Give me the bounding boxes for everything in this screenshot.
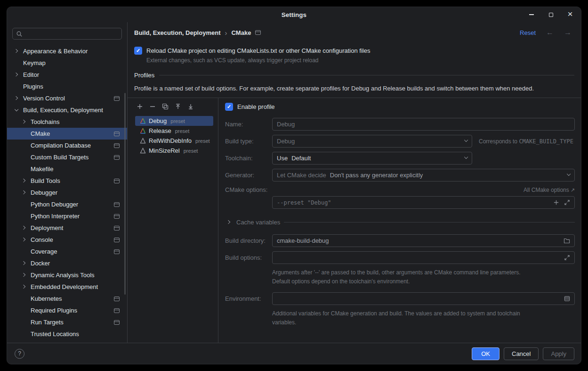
cache-variables-section[interactable]: Cache variables	[225, 218, 575, 226]
build-options-hint-line: Default options depend on the toolchain'…	[272, 277, 575, 286]
cmake-options-field[interactable]: --preset "Debug"	[272, 196, 575, 209]
reset-link[interactable]: Reset	[520, 29, 536, 36]
sidebar-item-python-interpreter[interactable]: Python Interpreter	[7, 210, 127, 222]
sidebar-item-cmake[interactable]: CMake	[7, 128, 127, 140]
sidebar-item-build-execution-deployment[interactable]: Build, Execution, Deployment	[7, 104, 127, 116]
environment-hint-line: variables.	[272, 318, 575, 327]
sidebar-item-label: Plugins	[23, 83, 43, 90]
build-options-field[interactable]	[272, 251, 575, 264]
help-button[interactable]	[15, 349, 24, 359]
sidebar-item-console[interactable]: Console	[7, 234, 127, 246]
sidebar-item-required-plugins[interactable]: Required Plugins	[7, 305, 127, 316]
sidebar-scrollbar[interactable]	[124, 93, 126, 295]
sidebar-item-plugins[interactable]: Plugins	[7, 81, 127, 92]
sidebar-item-label: Required Plugins	[31, 307, 77, 314]
close-icon	[567, 11, 572, 18]
environment-hint: Additional variables for CMake generatio…	[272, 309, 575, 327]
variables-list-icon[interactable]	[564, 296, 570, 302]
chevron-right-icon[interactable]	[13, 71, 20, 79]
add-option-icon[interactable]	[553, 199, 559, 206]
breadcrumb-item-build-execution-deployment[interactable]: Build, Execution, Deployment	[134, 29, 220, 36]
profile-item-release[interactable]: Releasepreset	[135, 126, 213, 136]
chevron-right-icon[interactable]	[13, 48, 20, 55]
sidebar-item-keymap[interactable]: Keymap	[7, 57, 127, 69]
profile-item-debug[interactable]: Debugpreset	[135, 116, 213, 126]
profile-item-relwithdebinfo[interactable]: RelWithDebInfopreset	[135, 136, 213, 146]
profile-tag: preset	[184, 148, 198, 154]
chevron-right-icon[interactable]	[20, 224, 28, 232]
sidebar-item-version-control[interactable]: Version Control	[7, 92, 127, 104]
profiles-section-rule	[159, 75, 574, 75]
environment-field[interactable]	[272, 292, 575, 305]
reload-hint: External changes, such as VCS update, al…	[146, 57, 574, 64]
chevron-right-icon[interactable]	[20, 272, 28, 279]
reload-cmake-checkbox[interactable]	[134, 47, 142, 55]
sidebar-item-label: Python Debugger	[31, 201, 78, 208]
generator-label: Generator:	[225, 172, 272, 179]
sidebar-item-deployment[interactable]: Deployment	[7, 222, 127, 234]
sidebar-item-run-targets[interactable]: Run Targets	[7, 316, 127, 328]
sidebar-item-appearance-behavior[interactable]: Appearance & Behavior	[7, 45, 127, 57]
expand-icon[interactable]	[564, 199, 570, 206]
move-up-button[interactable]	[174, 103, 182, 110]
sidebar-item-compilation-database[interactable]: Compilation Database	[7, 140, 127, 151]
chevron-right-icon[interactable]	[20, 118, 28, 126]
all-cmake-options-link[interactable]: All CMake options	[524, 187, 575, 193]
chevron-right-icon[interactable]	[20, 236, 28, 244]
sidebar-item-dynamic-analysis-tools[interactable]: Dynamic Analysis Tools	[7, 269, 127, 281]
title-bar[interactable]: Settings	[7, 7, 581, 22]
sidebar-item-build-tools[interactable]: Build Tools	[7, 175, 127, 187]
profiles-panes: DebugpresetReleasepresetRelWithDebInfopr…	[128, 98, 581, 343]
search-box[interactable]	[12, 28, 122, 40]
sidebar-item-embedded-development[interactable]: Embedded Development	[7, 281, 127, 293]
sidebar-item-coverage[interactable]: Coverage	[7, 246, 127, 257]
breadcrumb-item-cmake[interactable]: CMake	[231, 29, 251, 36]
chevron-right-icon[interactable]	[13, 95, 20, 102]
external-page-icon	[114, 202, 120, 207]
profile-item-minsizerel[interactable]: MinSizeRelpreset	[135, 146, 213, 156]
sidebar-item-debugger[interactable]: Debugger	[7, 187, 127, 198]
copy-profile-button[interactable]	[161, 103, 169, 110]
build-directory-field[interactable]: cmake-build-debug	[272, 234, 575, 247]
external-page-icon	[114, 96, 120, 101]
add-profile-button[interactable]	[136, 103, 144, 110]
minus-icon	[149, 103, 156, 110]
chevron-spacer	[20, 248, 28, 256]
toolchain-value: Default	[291, 155, 311, 162]
chevron-right-icon[interactable]	[20, 189, 28, 197]
sidebar-item-label: Build, Execution, Deployment	[23, 107, 103, 114]
close-button[interactable]	[567, 11, 573, 18]
sidebar-item-trusted-locations[interactable]: Trusted Locations	[7, 328, 127, 340]
remove-profile-button[interactable]	[149, 103, 156, 110]
apply-button[interactable]: Apply	[543, 347, 574, 360]
sidebar-item-toolchains[interactable]: Toolchains	[7, 116, 127, 128]
chevron-right-icon[interactable]	[20, 260, 28, 267]
expand-icon[interactable]	[564, 255, 570, 261]
chevron-right-icon[interactable]	[20, 177, 28, 185]
toolchain-select[interactable]: Use Default	[272, 152, 472, 165]
minimize-button[interactable]	[528, 11, 535, 18]
back-arrow-icon[interactable]	[546, 28, 554, 37]
chevron-right-icon[interactable]	[20, 283, 28, 291]
sidebar-item-docker[interactable]: Docker	[7, 257, 127, 269]
forward-arrow-icon[interactable]	[564, 28, 572, 37]
folder-icon[interactable]	[564, 238, 570, 244]
sidebar-item-python-debugger[interactable]: Python Debugger	[7, 198, 127, 210]
sidebar-item-kubernetes[interactable]: Kubernetes	[7, 293, 127, 305]
ok-button[interactable]: OK	[472, 347, 499, 360]
sidebar-item-editor[interactable]: Editor	[7, 69, 127, 81]
external-page-icon	[114, 238, 120, 242]
cancel-button[interactable]: Cancel	[504, 347, 539, 360]
generator-select[interactable]: Let CMake decide Don't pass any generato…	[272, 169, 575, 181]
search-input[interactable]	[25, 30, 118, 37]
sidebar-item-makefile[interactable]: Makefile	[7, 163, 127, 175]
sidebar-item-custom-build-targets[interactable]: Custom Build Targets	[7, 151, 127, 163]
enable-profile-checkbox[interactable]	[225, 103, 233, 111]
maximize-button[interactable]	[548, 11, 554, 18]
move-down-button[interactable]	[187, 103, 194, 110]
name-field[interactable]: Debug	[272, 118, 575, 131]
chevron-down-icon[interactable]	[13, 107, 20, 114]
chevron-spacer	[20, 165, 28, 173]
build-options-hint-line: Arguments after '--' are passed to the b…	[272, 268, 575, 277]
build-type-select[interactable]: Debug	[272, 135, 472, 148]
